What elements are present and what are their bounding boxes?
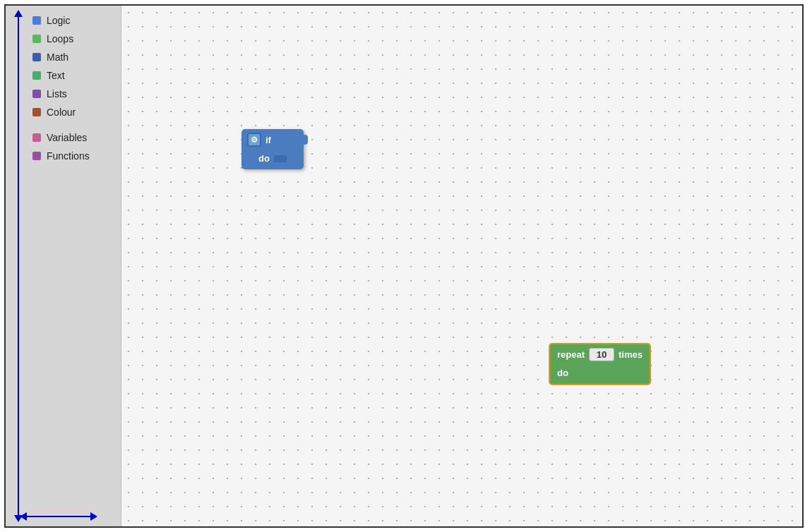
workspace[interactable]: ⚙ if do repeat 10 time bbox=[121, 6, 802, 526]
if-do-area: do bbox=[242, 150, 304, 169]
lists-color bbox=[32, 90, 41, 98]
arrow-head-right bbox=[90, 512, 97, 521]
sidebar-label-colour: Colour bbox=[47, 107, 76, 118]
text-color bbox=[32, 71, 41, 80]
gear-icon[interactable]: ⚙ bbox=[247, 133, 261, 147]
variables-color bbox=[32, 133, 41, 142]
arrow-line-vertical bbox=[18, 17, 19, 515]
arrow-line-horizontal bbox=[27, 516, 90, 517]
sidebar-label-loops: Loops bbox=[47, 33, 73, 44]
times-label: times bbox=[619, 349, 643, 360]
horizontal-arrow bbox=[20, 512, 97, 521]
repeat-do-indent bbox=[584, 369, 598, 377]
repeat-bottom-row: do bbox=[550, 365, 650, 384]
sidebar-item-colour[interactable]: Colour bbox=[25, 103, 121, 121]
repeat-block[interactable]: repeat 10 times do bbox=[549, 343, 651, 385]
do-label: do bbox=[258, 153, 270, 164]
sidebar-item-loops[interactable]: Loops bbox=[25, 30, 121, 48]
sidebar-label-math: Math bbox=[47, 52, 68, 63]
sidebar-label-lists: Lists bbox=[47, 88, 67, 99]
sidebar-label-logic: Logic bbox=[47, 15, 70, 26]
if-block[interactable]: ⚙ if do bbox=[242, 129, 304, 169]
sidebar: Logic Loops Math Text Lists Colour bbox=[6, 6, 121, 526]
gear-symbol: ⚙ bbox=[251, 135, 258, 145]
sidebar-item-text[interactable]: Text bbox=[25, 66, 121, 85]
do-notch bbox=[274, 155, 287, 162]
sidebar-label-variables: Variables bbox=[47, 132, 87, 143]
arrow-head-up bbox=[14, 10, 23, 17]
sidebar-item-variables[interactable]: Variables bbox=[25, 128, 121, 147]
repeat-number[interactable]: 10 bbox=[589, 348, 614, 361]
puzzle-connector-right bbox=[302, 135, 308, 145]
colour-color bbox=[32, 108, 41, 116]
arrow-head-left bbox=[20, 512, 27, 521]
vertical-arrow bbox=[14, 10, 23, 522]
if-label: if bbox=[266, 135, 271, 145]
repeat-top-row: repeat 10 times bbox=[550, 344, 650, 365]
sidebar-item-logic[interactable]: Logic bbox=[25, 11, 121, 30]
sidebar-item-functions[interactable]: Functions bbox=[25, 147, 121, 165]
repeat-label: repeat bbox=[557, 349, 585, 360]
main-container: Logic Loops Math Text Lists Colour bbox=[4, 4, 804, 528]
math-color bbox=[32, 53, 41, 61]
sidebar-item-math[interactable]: Math bbox=[25, 48, 121, 66]
sidebar-item-lists[interactable]: Lists bbox=[25, 85, 121, 103]
loops-color bbox=[32, 35, 41, 43]
repeat-do-label: do bbox=[557, 368, 568, 378]
sidebar-label-text: Text bbox=[47, 70, 65, 81]
functions-color bbox=[32, 152, 41, 160]
arrow-head-down bbox=[14, 515, 23, 522]
sidebar-label-functions: Functions bbox=[47, 150, 90, 162]
logic-color bbox=[32, 16, 41, 25]
